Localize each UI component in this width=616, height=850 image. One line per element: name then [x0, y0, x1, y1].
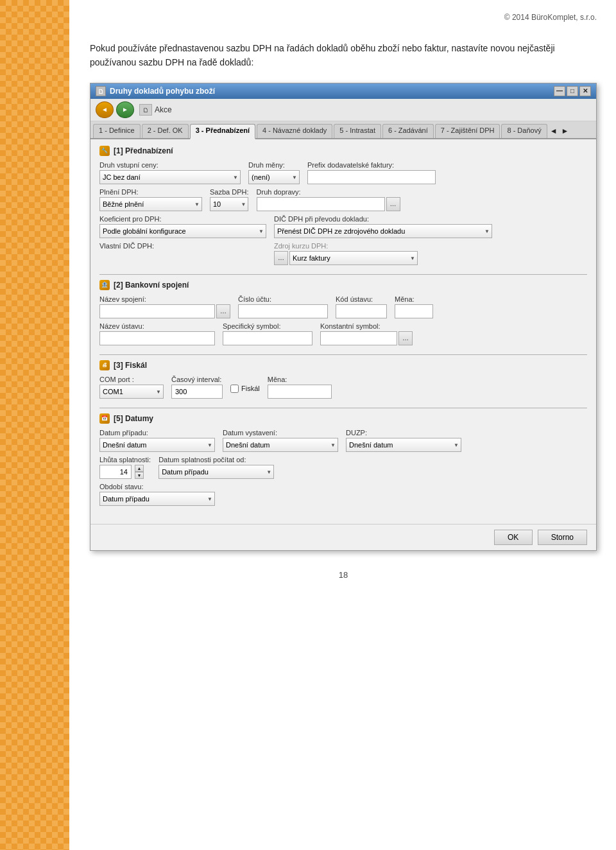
- row-bankovni-spojeni: Název spojení: … Číslo účtu: Kód ústavu:: [99, 295, 587, 318]
- input-lhuta-splatnosti[interactable]: [99, 465, 132, 479]
- select-wrapper-dic[interactable]: Přenést DIČ DPH ze zdrojového dokladu: [274, 224, 492, 238]
- back-button[interactable]: ◄: [96, 101, 114, 118]
- label-konstantni-symbol: Konstantní symbol:: [320, 322, 413, 330]
- input-casovy-interval[interactable]: [171, 385, 223, 399]
- select-wrapper-druh-meny[interactable]: (není): [248, 170, 300, 184]
- input-mena-fiskal[interactable]: [268, 385, 332, 399]
- row-datum-pripadu: Datum případu: Dnešní datum Datum vystav…: [99, 429, 587, 452]
- page-number: 18: [90, 570, 597, 580]
- tabs-left-arrow[interactable]: ◄: [549, 124, 559, 138]
- dialog-title: Druhy dokladů pohybu zboží: [110, 87, 215, 96]
- section4-title: [5] Datumy: [114, 414, 153, 423]
- forward-button[interactable]: ►: [116, 101, 134, 118]
- tab-6-label: 7 - Zajištění DPH: [441, 126, 495, 134]
- select-wrapper-datum-pripadu[interactable]: Dnešní datum: [99, 438, 215, 452]
- select-datum-pripadu[interactable]: Dnešní datum: [99, 438, 215, 452]
- select-datum-splatnosti[interactable]: Datum případu: [158, 465, 274, 479]
- label-datum-vystaveni: Datum vystavení:: [223, 429, 338, 437]
- label-zdroj-kurzu: Zdroj kurzu DPH:: [274, 242, 418, 250]
- label-casovy-interval: Časový interval:: [171, 376, 223, 383]
- dialog-body: 🔧 [1] Přednabízení Druh vstupní ceny: JC…: [90, 139, 596, 524]
- tab-danovy[interactable]: 8 - Daňový: [501, 124, 547, 138]
- tab-zajisteni-dph[interactable]: 7 - Zajištění DPH: [435, 124, 501, 138]
- page-number-value: 18: [339, 570, 348, 580]
- input-druh-dopravy[interactable]: [257, 197, 385, 211]
- select-plneni-dph[interactable]: Běžné plnění: [99, 197, 202, 211]
- maximize-button[interactable]: □: [567, 86, 578, 96]
- tab-navazne-doklady[interactable]: 4 - Návazné doklady: [257, 124, 332, 138]
- storno-button[interactable]: Storno: [538, 530, 587, 545]
- btn-zdroj-kurzu-browse[interactable]: …: [274, 251, 288, 265]
- input-konstantni-symbol[interactable]: [320, 331, 397, 345]
- ok-button[interactable]: OK: [494, 530, 533, 545]
- akce-icon: 🗋: [139, 104, 152, 116]
- tab-5-label: 6 - Zadávání: [388, 126, 428, 134]
- select-wrapper-splatnost[interactable]: Datum případu: [158, 465, 274, 479]
- select-wrapper-druh-vstupni[interactable]: JC bez daní: [99, 170, 241, 184]
- select-com-port[interactable]: COM1: [99, 385, 164, 399]
- section-fiskal: 🖨 [3] Fiskál COM port : COM1 Čas: [99, 360, 587, 399]
- section-datumy: 📅 [5] Datumy Datum případu: Dnešní datum: [99, 413, 587, 506]
- input-nazev-spojeni[interactable]: [99, 304, 215, 318]
- select-wrapper-sazba[interactable]: 10: [210, 197, 249, 211]
- close-button[interactable]: ✕: [579, 86, 591, 96]
- minimize-button[interactable]: —: [554, 86, 565, 96]
- spinner-up[interactable]: ▲: [135, 465, 144, 472]
- select-dic-dph[interactable]: Přenést DIČ DPH ze zdrojového dokladu: [274, 224, 492, 238]
- dialog-icon: 🗋: [96, 86, 106, 96]
- input-cislo-uctu[interactable]: [238, 304, 328, 318]
- input-kod-ustavu[interactable]: [336, 304, 387, 318]
- group-druh-meny: Druh měny: (není): [248, 161, 300, 184]
- label-druh-dopravy: Druh dopravy:: [257, 188, 400, 196]
- spinner-down[interactable]: ▼: [135, 472, 144, 479]
- select-druh-meny[interactable]: (není): [248, 170, 300, 184]
- lhuta-spinner[interactable]: ▲ ▼: [135, 465, 144, 479]
- tab-zadavani[interactable]: 6 - Zadávání: [382, 124, 434, 138]
- select-koeficient[interactable]: Podle globální konfigurace: [99, 224, 266, 238]
- section3-icon: 🖨: [99, 360, 110, 370]
- btn-nazev-spojeni-browse[interactable]: …: [216, 304, 230, 318]
- input-mena-bank[interactable]: [395, 304, 433, 318]
- btn-druh-dopravy-browse[interactable]: …: [386, 197, 400, 211]
- input-specificky-symbol[interactable]: [223, 331, 312, 345]
- label-cislo-uctu: Číslo účtu:: [238, 295, 328, 303]
- tab-def-ok[interactable]: 2 - Def. OK: [142, 124, 189, 138]
- group-datum-pripadu: Datum případu: Dnešní datum: [99, 429, 215, 452]
- select-wrapper-koeficient[interactable]: Podle globální konfigurace: [99, 224, 266, 238]
- tabs-right-arrow[interactable]: ►: [560, 124, 570, 138]
- select-wrapper-obdobi[interactable]: Datum případu: [99, 492, 215, 506]
- divider-1: [99, 274, 587, 275]
- section4-icon: 📅: [99, 413, 110, 424]
- select-kurz-faktury[interactable]: Kurz faktury: [289, 251, 418, 265]
- label-druh-meny: Druh měny:: [248, 161, 300, 169]
- checkbox-fiskal[interactable]: [230, 385, 239, 393]
- akce-label[interactable]: Akce: [155, 105, 172, 114]
- tab-intrastat[interactable]: 5 - Intrastat: [334, 124, 381, 138]
- select-datum-vystaveni[interactable]: Dnešní datum: [223, 438, 338, 452]
- select-wrapper-com[interactable]: COM1: [99, 385, 164, 399]
- select-wrapper-plneni[interactable]: Běžné plnění: [99, 197, 202, 211]
- input-prefix-faktury[interactable]: [307, 170, 436, 184]
- group-koeficient: Koeficient pro DPH: Podle globální konfi…: [99, 215, 266, 238]
- label-kod-ustavu: Kód ústavu:: [336, 295, 387, 303]
- tab-0-label: 1 - Definice: [99, 126, 135, 134]
- select-obdobi-stavu[interactable]: Datum případu: [99, 492, 215, 506]
- group-mena-bank: Měna:: [395, 295, 433, 318]
- select-wrapper-duzp[interactable]: Dnešní datum: [346, 438, 461, 452]
- checkbox-row-fiskal: Fiskál: [230, 385, 260, 393]
- select-wrapper-datum-vystaveni[interactable]: Dnešní datum: [223, 438, 338, 452]
- label-nazev-spojeni: Název spojení:: [99, 295, 230, 303]
- label-fiskal-checkbox: Fiskál: [241, 385, 260, 392]
- select-wrapper-kurz[interactable]: Kurz faktury: [289, 251, 418, 265]
- select-duzp[interactable]: Dnešní datum: [346, 438, 461, 452]
- label-mena-fiskal: Měna:: [268, 376, 332, 383]
- select-druh-vstupni-ceny[interactable]: JC bez daní: [99, 170, 241, 184]
- select-sazba-dph[interactable]: 10: [210, 197, 248, 211]
- tab-definice[interactable]: 1 - Definice: [93, 124, 141, 138]
- dialog-tabs: 1 - Definice 2 - Def. OK 3 - Přednabízen…: [90, 121, 596, 139]
- tab-prednabizeni[interactable]: 3 - Přednabízení: [190, 124, 255, 139]
- input-nazev-ustavu[interactable]: [99, 331, 215, 345]
- divider-2: [99, 354, 587, 355]
- titlebar-controls[interactable]: — □ ✕: [554, 86, 591, 96]
- btn-konstantni-symbol-browse[interactable]: …: [398, 331, 413, 345]
